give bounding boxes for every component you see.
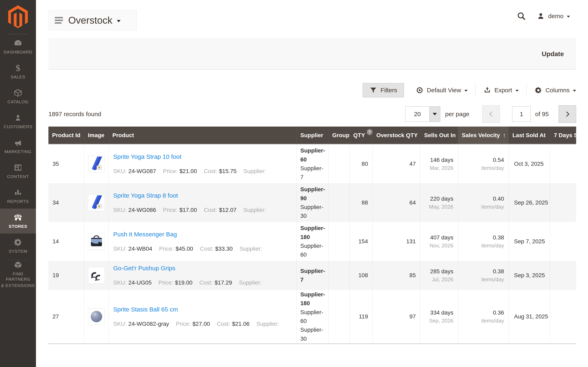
cell-7-days-sales <box>550 290 576 343</box>
product-link[interactable]: Sprite Stasis Ball 65 cm <box>113 306 178 313</box>
cell-image <box>84 183 109 222</box>
magento-logo-icon <box>8 5 28 28</box>
cell-supplier: Supplier-90 Supplier-30 <box>297 183 328 222</box>
column-header-7-days-sales[interactable]: 7 Days Sal <box>550 126 576 144</box>
product-thumbnail-yoga-strap[interactable] <box>88 156 105 172</box>
gear-icon <box>14 238 23 247</box>
page-title: Overstock <box>68 15 112 26</box>
cell-sells-out-in: 285 daysJul, 2026 <box>420 261 458 290</box>
column-header-image[interactable]: Image <box>84 126 109 144</box>
default-view-menu[interactable]: Default View <box>416 86 468 94</box>
table-row: 34 Sprite Yoga Strap 8 foot SKU:24-WG086… <box>48 183 576 222</box>
cell-image <box>84 222 109 261</box>
columns-menu[interactable]: Columns <box>535 86 576 94</box>
chevron-left-icon <box>488 111 495 117</box>
cell-group <box>328 144 349 183</box>
cell-last-sold-at: Sep 7, 2025 <box>509 222 550 261</box>
column-header-last-sold-at[interactable]: Last Sold At <box>509 126 550 144</box>
cell-qty: 80 <box>349 144 373 183</box>
cell-group <box>328 222 349 261</box>
grid-toolbar: Filters Default View Export <box>48 83 576 98</box>
toolbar-divider <box>527 84 527 97</box>
page-icon <box>14 163 23 172</box>
column-header-sales-velocity[interactable]: Sales Velocity ↑ <box>458 126 509 144</box>
user-menu[interactable]: demo <box>537 12 570 20</box>
chevron-right-icon <box>564 111 571 117</box>
product-link[interactable]: Push It Messenger Bag <box>113 231 177 238</box>
sidebar-item-find-partners[interactable]: FIND PARTNERS & EXTENSIONS <box>0 262 36 287</box>
cell-product-id: 35 <box>48 144 84 183</box>
column-header-product-id[interactable]: Product Id <box>48 126 84 144</box>
cell-product-id: 27 <box>48 290 84 343</box>
select-caret <box>429 107 440 122</box>
product-thumbnail-pushup-grips[interactable] <box>88 267 105 284</box>
cell-last-sold-at: Oct 3, 2025 <box>509 144 550 183</box>
cell-sales-velocity: 0.40items/day <box>458 183 509 222</box>
sidebar-item-sales[interactable]: $ SALES <box>0 59 36 84</box>
cell-last-sold-at: Sep 26, 2025 <box>509 183 550 222</box>
sidebar-item-content[interactable]: CONTENT <box>0 159 36 184</box>
bar-chart-icon <box>14 188 23 197</box>
cell-supplier: Supplier-180 Supplier-60 <box>297 222 328 261</box>
cell-qty: 88 <box>349 183 373 222</box>
cell-sells-out-in: 220 daysMay, 2026 <box>420 183 458 222</box>
product-link[interactable]: Go-Get'r Pushup Grips <box>113 265 175 272</box>
magento-logo[interactable] <box>0 0 36 34</box>
cell-group <box>328 183 349 222</box>
dashboard-icon <box>14 39 23 48</box>
sidebar-item-reports[interactable]: REPORTS <box>0 184 36 209</box>
page-number-input[interactable] <box>512 106 531 122</box>
table-row: 19 Go-Get'r Pushup Grips SKU:24-UG05 Pri… <box>48 261 576 290</box>
product-link[interactable]: Sprite Yoga Strap 8 foot <box>113 192 178 199</box>
sidebar-item-system[interactable]: SYSTEM <box>0 234 36 259</box>
table-row: 27 Sprite Stasis Ball 65 cm SKU:24-WG082… <box>48 290 576 343</box>
sidebar-item-catalog[interactable]: CATALOG <box>0 84 36 109</box>
search-icon[interactable] <box>517 11 526 21</box>
user-name: demo <box>548 13 563 20</box>
cell-qty: 108 <box>349 261 373 290</box>
sidebar-item-marketing[interactable]: MARKETING <box>0 134 36 159</box>
sidebar-item-customers[interactable]: CUSTOMERS <box>0 109 36 134</box>
column-header-sells-out-in[interactable]: Sells Out In <box>420 126 458 144</box>
export-menu[interactable]: Export <box>483 86 519 94</box>
cell-overstock-qty: 97 <box>373 290 420 343</box>
sidebar-item-stores[interactable]: STORES <box>0 209 36 234</box>
cell-supplier: Supplier-180 Supplier-60 Supplier-30 <box>297 290 328 343</box>
product-thumbnail-stasis-ball[interactable] <box>88 308 105 325</box>
column-header-supplier[interactable]: Supplier <box>297 126 328 144</box>
page-total: of 95 <box>535 111 549 117</box>
per-page-select[interactable]: 20 <box>405 106 440 122</box>
records-found: 1897 records found <box>48 111 101 117</box>
next-page-button[interactable] <box>559 105 576 123</box>
product-thumbnail-yoga-strap[interactable] <box>88 194 105 211</box>
help-icon[interactable]: ? <box>367 129 373 135</box>
cell-7-days-sales <box>550 261 576 290</box>
column-header-group[interactable]: Group <box>328 126 349 144</box>
cell-overstock-qty: 131 <box>373 222 420 261</box>
previous-page-button[interactable] <box>482 105 500 123</box>
column-header-qty[interactable]: QTY ? <box>349 126 373 144</box>
filters-button[interactable]: Filters <box>363 83 404 97</box>
box-icon <box>14 88 23 97</box>
sidebar-divider <box>8 34 28 34</box>
caret-down-icon <box>464 90 468 92</box>
user-icon <box>537 12 545 20</box>
product-thumbnail-messenger-bag[interactable] <box>88 233 105 250</box>
cell-product: Sprite Yoga Strap 8 foot SKU:24-WG086 Pr… <box>109 183 297 222</box>
person-icon <box>14 113 23 122</box>
per-page-label: per page <box>445 111 469 117</box>
page-title-menu[interactable]: Overstock <box>48 10 137 30</box>
cell-image <box>84 144 109 183</box>
cell-product-id: 14 <box>48 222 84 261</box>
cell-last-sold-at: Sep 3, 2025 <box>509 261 550 290</box>
cell-7-days-sales <box>550 144 576 183</box>
caret-down-icon <box>515 90 519 92</box>
column-header-product[interactable]: Product <box>109 126 297 144</box>
sidebar-item-dashboard[interactable]: DASHBOARD <box>0 34 36 59</box>
cell-qty: 119 <box>349 290 373 343</box>
storefront-icon <box>14 213 23 222</box>
update-button[interactable]: Update <box>542 50 564 58</box>
cell-image <box>84 261 109 290</box>
product-link[interactable]: Sprite Yoga Strap 10 foot <box>113 153 181 160</box>
column-header-overstock-qty[interactable]: Overstock QTY <box>373 126 420 144</box>
